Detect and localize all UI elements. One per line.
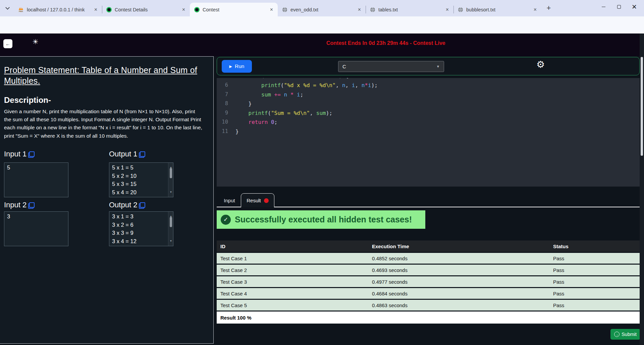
tab-result[interactable]: Result: [241, 193, 274, 207]
code-token: sum: [316, 110, 326, 116]
code-line: 10 return 0;: [217, 118, 640, 127]
browser-tab-1[interactable]: PMAlocalhost / 127.0.0.1 / think×: [14, 3, 102, 16]
table-footer: Result 100 %: [217, 312, 640, 324]
tab-close-icon[interactable]: ×: [444, 7, 450, 12]
browser-tab-5[interactable]: tables.txt×: [366, 3, 453, 16]
cell-id: Test Case 3: [217, 279, 368, 285]
tab-search-button[interactable]: [3, 4, 12, 13]
scroll-thumb[interactable]: [170, 217, 172, 227]
globe-favicon: [458, 7, 463, 12]
cell-execution-time: 0.4693 seconds: [368, 267, 549, 273]
pma-favicon: PMA: [18, 7, 24, 12]
code-token: return: [249, 119, 268, 125]
scroll-thumb[interactable]: [170, 168, 172, 178]
output2-scrollbar[interactable]: ▲ ▼: [168, 212, 173, 246]
output-line: 3 x 3 = 9: [112, 229, 166, 237]
output2-box[interactable]: 3 x 1 = 33 x 2 = 63 x 3 = 93 x 4 = 12 ▲ …: [109, 211, 173, 246]
code-token: [287, 78, 290, 79]
cell-id: Test Case 1: [217, 256, 368, 261]
copy-icon[interactable]: [139, 151, 145, 158]
input2-box[interactable]: 3: [4, 211, 68, 246]
cell-status: Pass: [549, 267, 640, 273]
run-button[interactable]: ▶ Run: [222, 60, 252, 73]
scrollbar-thumb[interactable]: [641, 57, 643, 156]
line-number: 10: [217, 118, 228, 127]
tab-close-icon[interactable]: ×: [269, 7, 274, 12]
code-token: *: [290, 91, 294, 98]
table-header-row: ID Execution Time Status: [217, 240, 640, 252]
chevron-down-icon: ▼: [436, 65, 440, 68]
code-token: =: [284, 78, 287, 79]
output-line: 5 x 2 = 10: [112, 172, 166, 180]
status-dot-icon: [264, 198, 269, 203]
code-token: ++: [332, 78, 339, 79]
code-editor[interactable]: for (int i = 1; i <= 10; i++) { 6 printf…: [217, 78, 640, 187]
scroll-down-icon[interactable]: ▼: [168, 188, 173, 197]
code-line: 8 }: [217, 99, 640, 109]
code-token: 0: [271, 119, 274, 125]
code-token: );: [326, 110, 332, 116]
line-number: 9: [217, 109, 228, 118]
page-scrollbar[interactable]: [640, 33, 644, 345]
browser-window: PMAlocalhost / 127.0.0.1 / think×Contest…: [0, 0, 644, 345]
input1-box[interactable]: 5: [4, 162, 68, 197]
tab-close-icon[interactable]: ×: [93, 7, 99, 12]
code-token: <=: [307, 78, 313, 79]
tab-input[interactable]: Input: [218, 194, 241, 207]
play-icon: ▶: [229, 64, 232, 69]
output1-scrollbar[interactable]: ▲ ▼: [168, 163, 173, 197]
scroll-down-icon[interactable]: ▼: [168, 237, 173, 246]
code-text: printf("%d x %d = %d\n", n, i, n*i);: [235, 81, 378, 90]
tab-close-icon[interactable]: ×: [532, 7, 538, 12]
browser-tab-4[interactable]: even_odd.txt×: [278, 3, 366, 16]
code-token: [293, 91, 297, 98]
close-window-button[interactable]: ✕: [627, 0, 642, 14]
code-line: 9 printf("Sum = %d\n", sum);: [217, 109, 640, 118]
header-id: ID: [217, 244, 368, 249]
language-selected: C: [342, 64, 346, 69]
results-table: ID Execution Time Status Test Case 10.48…: [217, 240, 640, 324]
tab-title: localhost / 127.0.0.1 / think: [27, 7, 93, 12]
tab-title: tables.txt: [378, 7, 444, 12]
code-token: i: [300, 78, 304, 79]
run-label: Run: [235, 63, 244, 69]
output-line: 5 x 4 = 20: [112, 188, 166, 197]
problem-panel: Problem Statement: Table of a Number and…: [0, 56, 214, 344]
code-token: ,: [336, 82, 342, 88]
copy-icon[interactable]: [28, 202, 35, 209]
input2-value: 3: [7, 213, 10, 219]
theme-toggle-sun-icon[interactable]: ☀: [32, 38, 39, 46]
submit-button[interactable]: → Submit: [610, 329, 640, 340]
language-select[interactable]: C ▼: [338, 61, 444, 72]
browser-tab-3[interactable]: Contest×: [190, 3, 278, 16]
code-token: 1: [290, 78, 294, 79]
copy-icon[interactable]: [139, 202, 145, 209]
browser-tab-6[interactable]: bubblesort.txt×: [453, 3, 541, 16]
new-tab-button[interactable]: +: [544, 3, 553, 13]
code-token: i: [329, 78, 332, 79]
browser-tab-2[interactable]: Contest Details×: [102, 3, 190, 16]
code-token: n: [342, 82, 345, 88]
maximize-button[interactable]: [611, 0, 627, 14]
tab-title: Contest: [203, 7, 269, 12]
chevron-down-icon: [5, 5, 10, 10]
contest-favicon: [194, 7, 200, 12]
code-token: (: [281, 82, 284, 88]
page-header: [0, 33, 644, 56]
cell-id: Test Case 5: [217, 302, 368, 308]
tab-close-icon[interactable]: ×: [357, 7, 362, 12]
minimize-button[interactable]: [596, 0, 611, 14]
description-heading: Description-: [4, 95, 51, 105]
code-token: n: [362, 82, 365, 88]
line-number: 7: [217, 90, 228, 99]
settings-gear-icon[interactable]: ⚙: [536, 59, 545, 70]
copy-icon[interactable]: [28, 151, 35, 158]
code-token: [271, 91, 274, 98]
code-token: 10: [316, 78, 323, 79]
tab-close-icon[interactable]: ×: [181, 7, 186, 12]
minimize-icon: [602, 7, 605, 7]
output1-box[interactable]: 5 x 1 = 55 x 2 = 105 x 3 = 155 x 4 = 20 …: [109, 162, 173, 197]
page-back-button[interactable]: ←: [3, 39, 12, 48]
clipped-code-line: for (int i = 1; i <= 10; i++) {: [217, 78, 640, 80]
contest-favicon: [106, 7, 112, 12]
